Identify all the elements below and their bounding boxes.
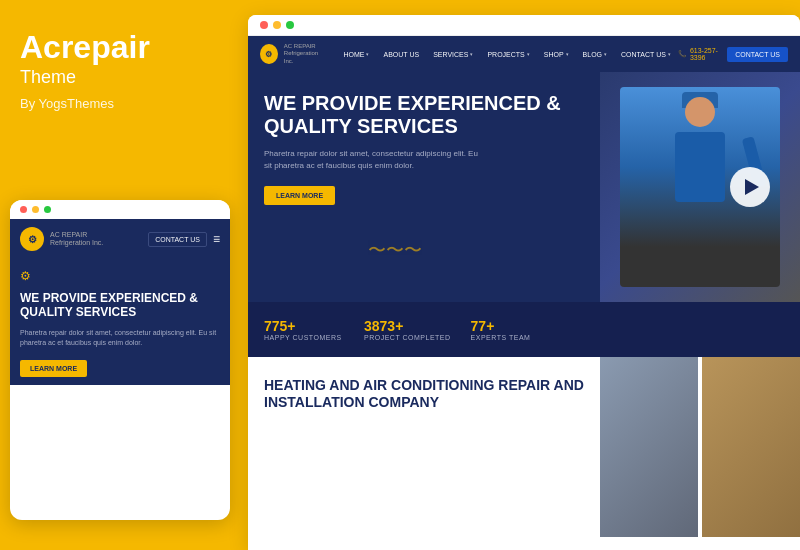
stats-bar: 775+ HAPPY CUSTOMERS 3873+ PROJECT COMPL… bbox=[248, 302, 800, 357]
nav-item-shop[interactable]: SHOP ▾ bbox=[537, 36, 576, 72]
mobile-learn-button[interactable]: LEARN MORE bbox=[20, 360, 87, 377]
mobile-gear-icon: ⚙ bbox=[20, 269, 220, 283]
desktop-logo-text: AC REPAIR Refrigeration Inc. bbox=[284, 43, 325, 65]
nav-item-about[interactable]: ABOUT US bbox=[376, 36, 426, 72]
stat-item-customers: 775+ HAPPY CUSTOMERS bbox=[264, 318, 364, 341]
mobile-header: ⚙ AC REPAIR Refrigeration Inc. CONTACT U… bbox=[10, 219, 230, 259]
left-panel: Acrepair Theme By YogsThemes ⚙ AC REPAIR… bbox=[0, 0, 248, 550]
theme-subtitle: Theme bbox=[20, 67, 228, 88]
hero-left: WE PROVIDE EXPERIENCED & QUALITY SERVICE… bbox=[248, 72, 600, 302]
desktop-hero: WE PROVIDE EXPERIENCED & QUALITY SERVICE… bbox=[248, 72, 800, 302]
stat-number-experts: 77+ bbox=[471, 318, 551, 334]
nav-item-contact[interactable]: CONTACT US ▾ bbox=[614, 36, 678, 72]
desktop-dot-green bbox=[286, 21, 294, 29]
bottom-image-1 bbox=[600, 357, 698, 537]
desktop-dot-yellow bbox=[273, 21, 281, 29]
mobile-dot-red bbox=[20, 206, 27, 213]
bottom-images bbox=[600, 357, 800, 537]
mobile-logo-text: AC REPAIR Refrigeration Inc. bbox=[50, 231, 103, 248]
theme-title: Acrepair bbox=[20, 30, 228, 65]
stat-label-experts: EXPERTS TEAM bbox=[471, 334, 551, 341]
mobile-body: ⚙ WE PROVIDE EXPERIENCED & QUALITY SERVI… bbox=[10, 259, 230, 385]
play-button[interactable] bbox=[730, 167, 770, 207]
play-triangle-icon bbox=[745, 179, 759, 195]
hero-title: WE PROVIDE EXPERIENCED & QUALITY SERVICE… bbox=[264, 92, 584, 138]
mobile-top-bar bbox=[10, 200, 230, 219]
desktop-bottom: HEATING AND AIR CONDITIONING REPAIR AND … bbox=[248, 357, 800, 537]
stat-item-experts: 77+ EXPERTS TEAM bbox=[471, 318, 571, 341]
bottom-text-area: HEATING AND AIR CONDITIONING REPAIR AND … bbox=[248, 357, 600, 537]
nav-item-projects[interactable]: PROJECTS ▾ bbox=[480, 36, 536, 72]
mobile-dot-green bbox=[44, 206, 51, 213]
mobile-mockup: ⚙ AC REPAIR Refrigeration Inc. CONTACT U… bbox=[10, 200, 230, 520]
nav-item-home[interactable]: HOME ▾ bbox=[336, 36, 376, 72]
desktop-mockup: ⚙ AC REPAIR Refrigeration Inc. HOME ▾ AB… bbox=[248, 15, 800, 550]
desktop-nav-right: 📞 613-257-3396 CONTACT US bbox=[678, 47, 788, 62]
mobile-contact-button[interactable]: CONTACT US bbox=[148, 232, 207, 247]
hamburger-icon[interactable]: ≡ bbox=[213, 232, 220, 246]
stat-number-customers: 775+ bbox=[264, 318, 344, 334]
nav-item-services[interactable]: SERVICES ▾ bbox=[426, 36, 480, 72]
desktop-logo-icon: ⚙ bbox=[260, 44, 278, 64]
mobile-logo-area: ⚙ AC REPAIR Refrigeration Inc. bbox=[20, 227, 103, 251]
mobile-desc-text: Pharetra repair dolor sit amet, consecte… bbox=[20, 328, 220, 348]
hero-description: Pharetra repair dolor sit amet, consecte… bbox=[264, 148, 484, 172]
technician-head bbox=[685, 97, 715, 127]
desktop-phone: 📞 613-257-3396 bbox=[678, 47, 721, 61]
by-line: By YogsThemes bbox=[20, 96, 228, 111]
hero-image bbox=[600, 72, 800, 302]
mobile-hero-text: WE PROVIDE EXPERIENCED & QUALITY SERVICE… bbox=[20, 291, 220, 320]
desktop-nav-items: HOME ▾ ABOUT US SERVICES ▾ PROJECTS ▾ SH… bbox=[336, 36, 677, 72]
nav-item-blog[interactable]: BLOG ▾ bbox=[576, 36, 614, 72]
stat-label-projects: PROJECT COMPLETED bbox=[364, 334, 451, 341]
hero-learn-button[interactable]: LEARN MORE bbox=[264, 186, 335, 205]
mobile-dot-yellow bbox=[32, 206, 39, 213]
desktop-contact-button[interactable]: CONTACT US bbox=[727, 47, 788, 62]
technician-body bbox=[675, 132, 725, 202]
stat-item-projects: 3873+ PROJECT COMPLETED bbox=[364, 318, 471, 341]
bottom-heading: HEATING AND AIR CONDITIONING REPAIR AND … bbox=[264, 377, 584, 411]
mobile-logo-icon: ⚙ bbox=[20, 227, 44, 251]
desktop-site: ⚙ AC REPAIR Refrigeration Inc. HOME ▾ AB… bbox=[248, 36, 800, 537]
desktop-logo: ⚙ AC REPAIR Refrigeration Inc. bbox=[260, 43, 324, 65]
phone-icon: 📞 bbox=[678, 50, 687, 58]
stat-number-projects: 3873+ bbox=[364, 318, 451, 334]
stat-label-customers: HAPPY CUSTOMERS bbox=[264, 334, 344, 341]
bottom-image-2 bbox=[702, 357, 800, 537]
desktop-top-bar bbox=[248, 15, 800, 36]
desktop-dot-red bbox=[260, 21, 268, 29]
hero-right bbox=[600, 72, 800, 302]
mobile-nav-actions: CONTACT US ≡ bbox=[148, 232, 220, 247]
wave-decoration: 〜〜〜 bbox=[368, 238, 422, 262]
desktop-navbar: ⚙ AC REPAIR Refrigeration Inc. HOME ▾ AB… bbox=[248, 36, 800, 72]
